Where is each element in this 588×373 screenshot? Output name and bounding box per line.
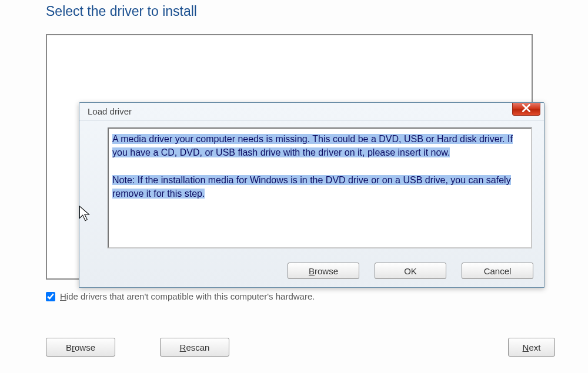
dialog-button-row: Browse OK Cancel <box>288 263 533 279</box>
dialog-title-row: Load driver <box>79 103 544 120</box>
browse-post: owse <box>75 342 95 352</box>
dlg-browse-u: B <box>309 266 315 276</box>
next-button[interactable]: Next <box>508 338 555 357</box>
dialog-para2: Note: If the installation media for Wind… <box>112 175 511 199</box>
next-post: ext <box>529 342 540 352</box>
hide-incompatible-checkbox[interactable] <box>46 292 55 301</box>
hide-incompatible-label: Hide drivers that aren't compatible with… <box>60 291 315 301</box>
dialog-title: Load driver <box>88 106 132 116</box>
hide-label-underline: H <box>60 291 66 301</box>
page-title: Select the driver to install <box>46 4 588 19</box>
hide-label-rest: ide drivers that aren't compatible with … <box>66 291 315 301</box>
hide-incompatible-row: Hide drivers that aren't compatible with… <box>46 291 315 301</box>
close-button[interactable] <box>512 103 540 116</box>
next-u: N <box>523 342 529 352</box>
dialog-ok-button[interactable]: OK <box>375 263 446 279</box>
dialog-body[interactable]: A media driver your computer needs is mi… <box>108 127 532 248</box>
dlg-browse-post: rowse <box>315 266 338 276</box>
dialog-para1: A media driver your computer needs is mi… <box>112 134 513 157</box>
browse-pre: B <box>66 342 72 352</box>
dialog-browse-button[interactable]: Browse <box>288 263 359 279</box>
dialog-cancel-button[interactable]: Cancel <box>462 263 533 279</box>
rescan-u: R <box>180 342 186 352</box>
load-driver-dialog: Load driver A media driver your computer… <box>79 102 544 288</box>
dialog-message: A media driver your computer needs is mi… <box>112 132 527 200</box>
rescan-button[interactable]: Rescan <box>160 338 229 357</box>
close-icon <box>522 104 530 114</box>
rescan-post: escan <box>186 342 209 352</box>
browse-button[interactable]: Browse <box>46 338 115 357</box>
